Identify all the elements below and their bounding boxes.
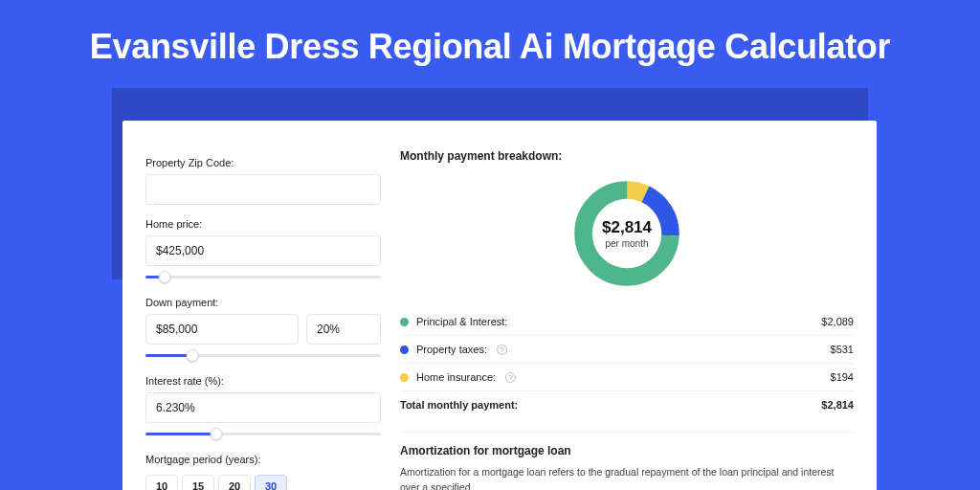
legend-row-pi: Principal & Interest:$2,089: [400, 308, 854, 335]
legend-row-tax: Property taxes:?$531: [400, 335, 854, 363]
legend-value: $531: [831, 344, 854, 355]
interest-slider[interactable]: [145, 427, 381, 440]
legend-value: $2,089: [821, 316, 854, 327]
home-price-input[interactable]: [145, 235, 381, 266]
legend-left: Principal & Interest:: [400, 316, 507, 327]
info-icon[interactable]: ?: [505, 372, 516, 383]
down-payment-slider-thumb[interactable]: [187, 349, 199, 362]
legend-total-value: $2,814: [821, 399, 854, 411]
legend-left: Property taxes:?: [400, 344, 507, 355]
amortization-title: Amortization for mortgage loan: [400, 444, 854, 457]
period-option-15[interactable]: 15: [182, 475, 214, 490]
period-option-10[interactable]: 10: [145, 475, 178, 490]
breakdown-panel: Monthly payment breakdown: $2,814 per mo…: [400, 149, 854, 490]
legend-label: Property taxes:: [416, 344, 487, 355]
page-title: Evansville Dress Regional Ai Mortgage Ca…: [0, 27, 980, 67]
legend-dot-icon: [400, 318, 409, 326]
form-panel: Property Zip Code: Home price: Down paym…: [145, 149, 381, 490]
period-option-20[interactable]: 20: [218, 475, 251, 490]
legend-value: $194: [831, 371, 854, 383]
period-options: 10152030: [145, 475, 381, 490]
amortization-section: Amortization for mortgage loan Amortizat…: [400, 432, 854, 490]
down-payment-input[interactable]: [145, 314, 299, 345]
down-payment-slider[interactable]: [145, 348, 381, 362]
legend: Principal & Interest:$2,089Property taxe…: [400, 308, 854, 418]
period-label: Mortgage period (years):: [145, 454, 381, 465]
donut-wrap: $2,814 per month: [400, 163, 854, 308]
calculator-card: Property Zip Code: Home price: Down paym…: [122, 121, 877, 490]
info-icon[interactable]: ?: [497, 345, 507, 355]
down-payment-pct-input[interactable]: [306, 314, 381, 345]
home-price-slider[interactable]: [145, 270, 381, 283]
legend-label: Principal & Interest:: [416, 316, 507, 327]
breakdown-title: Monthly payment breakdown:: [400, 149, 854, 163]
legend-dot-icon: [400, 345, 409, 354]
donut-center: $2,814 per month: [569, 176, 684, 291]
legend-total-label: Total monthly payment:: [400, 399, 518, 411]
legend-left: Home insurance:?: [400, 371, 516, 383]
down-payment-label: Down payment:: [145, 297, 381, 308]
home-price-slider-thumb[interactable]: [158, 271, 170, 283]
donut-chart: $2,814 per month: [569, 176, 684, 291]
legend-row-total: Total monthly payment:$2,814: [400, 390, 854, 418]
interest-slider-fill: [145, 433, 216, 435]
legend-dot-icon: [400, 373, 409, 382]
period-option-30[interactable]: 30: [255, 475, 287, 490]
hero: Evansville Dress Regional Ai Mortgage Ca…: [0, 0, 980, 88]
amortization-body: Amortization for a mortgage loan refers …: [400, 465, 854, 490]
interest-input[interactable]: [145, 392, 381, 423]
donut-amount: $2,814: [602, 218, 652, 237]
legend-row-ins: Home insurance:?$194: [400, 363, 854, 390]
donut-sub: per month: [605, 238, 648, 249]
zip-input[interactable]: [145, 174, 381, 205]
interest-label: Interest rate (%):: [145, 375, 381, 387]
zip-label: Property Zip Code:: [145, 157, 381, 168]
home-price-label: Home price:: [145, 218, 381, 230]
interest-slider-thumb[interactable]: [210, 428, 222, 440]
legend-label: Home insurance:: [416, 371, 496, 383]
